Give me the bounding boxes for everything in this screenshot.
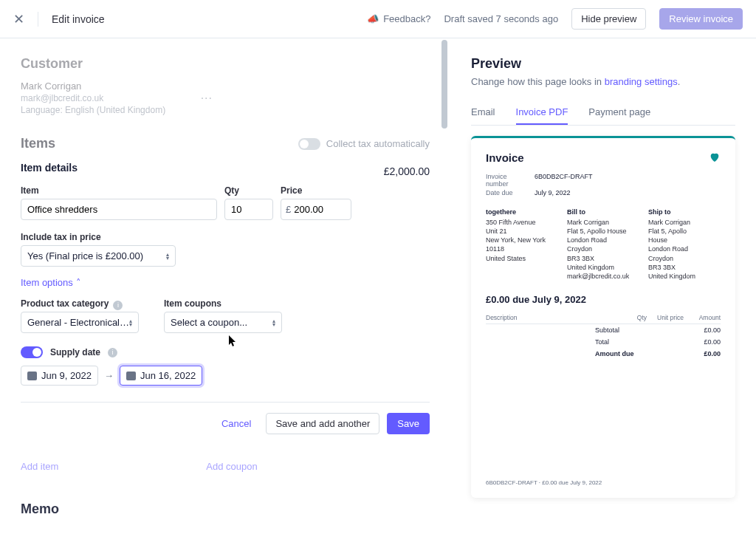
preview-tabs: Email Invoice PDF Payment page	[471, 100, 735, 126]
pdf-from: togethere 350 Fifth Avenue Unit 21 New Y…	[486, 208, 558, 281]
item-total: £2,000.00	[384, 165, 430, 177]
qty-input[interactable]	[224, 199, 273, 220]
include-tax-select[interactable]: Yes (Final price is £200.00) ▴▾	[21, 245, 176, 267]
info-icon[interactable]: i	[108, 348, 117, 357]
tab-email[interactable]: Email	[471, 100, 495, 125]
preview-heading: Preview	[471, 56, 735, 72]
item-options-toggle[interactable]: Item options ˄	[21, 277, 430, 288]
divider	[38, 12, 38, 27]
preview-subtext: Change how this page looks in branding s…	[471, 76, 735, 87]
item-coupons-label: Item coupons	[164, 298, 295, 309]
product-tax-select[interactable]: General - Electronically ... ▴▾	[21, 312, 139, 333]
product-tax-label: Product tax category	[21, 298, 109, 309]
topbar: ✕ Edit invoice 📣 Feedback? Draft saved 7…	[0, 0, 756, 38]
chevron-updown-icon: ▴▾	[166, 253, 169, 260]
supply-date-to[interactable]: Jun 16, 2022	[120, 366, 202, 386]
qty-label: Qty	[224, 185, 273, 196]
supply-date-label: Supply date	[50, 347, 100, 357]
customer-section: Customer Mark Corrigan mark@jlbcredit.co…	[21, 56, 430, 115]
hide-preview-button[interactable]: Hide preview	[571, 8, 646, 30]
collect-tax-label: Collect tax automatically	[326, 138, 430, 149]
customer-heading: Customer	[21, 56, 430, 72]
customer-more-icon[interactable]: ···	[201, 92, 213, 105]
tab-payment-page[interactable]: Payment page	[588, 100, 650, 125]
pdf-preview: Invoice Invoice number6B0DB2CF-DRAFT Dat…	[471, 136, 735, 498]
arrow-right-icon: →	[104, 370, 114, 381]
item-details-heading: Item details	[21, 162, 78, 174]
customer-language: Language: English (United Kingdom)	[21, 105, 430, 115]
pdf-ship-to: Ship to Mark Corrigan Flat 5, Apollo Hou…	[648, 208, 721, 281]
chevron-up-icon: ˄	[76, 277, 81, 288]
price-label: Price	[281, 185, 351, 196]
tab-invoice-pdf[interactable]: Invoice PDF	[516, 100, 568, 125]
review-invoice-button[interactable]: Review invoice	[659, 8, 743, 30]
save-add-another-button[interactable]: Save and add another	[266, 413, 379, 434]
item-label: Item	[21, 185, 217, 196]
price-input-wrap[interactable]: £	[281, 199, 351, 220]
include-tax-label: Include tax in price	[21, 232, 430, 242]
divider	[21, 402, 430, 403]
memo-heading: Memo	[21, 502, 430, 517]
preview-panel: Preview Change how this page looks in br…	[450, 38, 756, 534]
chevron-updown-icon: ▴▾	[129, 319, 132, 326]
close-icon[interactable]: ✕	[13, 11, 24, 27]
pdf-due-line: £0.00 due July 9, 2022	[486, 294, 721, 305]
item-coupons-select[interactable]: Select a coupon... ▴▾	[164, 312, 282, 333]
feedback-link[interactable]: 📣 Feedback?	[367, 13, 430, 24]
cancel-button[interactable]: Cancel	[214, 414, 258, 434]
customer-email: mark@jlbcredit.co.uk	[21, 93, 103, 103]
calendar-icon	[27, 372, 37, 380]
edit-panel: Customer Mark Corrigan mark@jlbcredit.co…	[0, 38, 450, 534]
info-icon[interactable]: i	[113, 301, 123, 310]
chevron-updown-icon: ▴▾	[272, 319, 275, 326]
pdf-title: Invoice	[486, 151, 721, 164]
price-input[interactable]	[294, 199, 338, 219]
scrollbar[interactable]	[441, 40, 447, 129]
supply-date-from[interactable]: Jun 9, 2022	[21, 366, 98, 386]
customer-name: Mark Corrigan	[21, 81, 430, 92]
add-item-link[interactable]: Add item	[21, 461, 58, 472]
pdf-footer: 6B0DB2CF-DRAFT · £0.00 due July 9, 2022	[486, 479, 602, 486]
collect-tax-toggle[interactable]	[298, 138, 320, 150]
currency-symbol: £	[286, 204, 291, 215]
calendar-icon	[126, 372, 136, 380]
add-coupon-link[interactable]: Add coupon	[206, 461, 257, 472]
pdf-bill-to: Bill to Mark Corrigan Flat 5, Apollo Hou…	[567, 208, 639, 281]
supply-date-toggle[interactable]	[21, 346, 43, 358]
brand-logo-icon	[709, 151, 721, 163]
items-heading: Items	[21, 136, 55, 151]
pdf-table: Description Qty Unit price Amount Subtot…	[486, 314, 721, 360]
branding-settings-link[interactable]: branding settings	[605, 76, 678, 87]
save-button[interactable]: Save	[387, 413, 430, 434]
page-title: Edit invoice	[52, 13, 105, 25]
item-name-input[interactable]	[21, 199, 217, 220]
cursor-icon	[229, 335, 238, 347]
draft-saved-text: Draft saved 7 seconds ago	[444, 13, 558, 24]
megaphone-icon: 📣	[367, 13, 379, 24]
